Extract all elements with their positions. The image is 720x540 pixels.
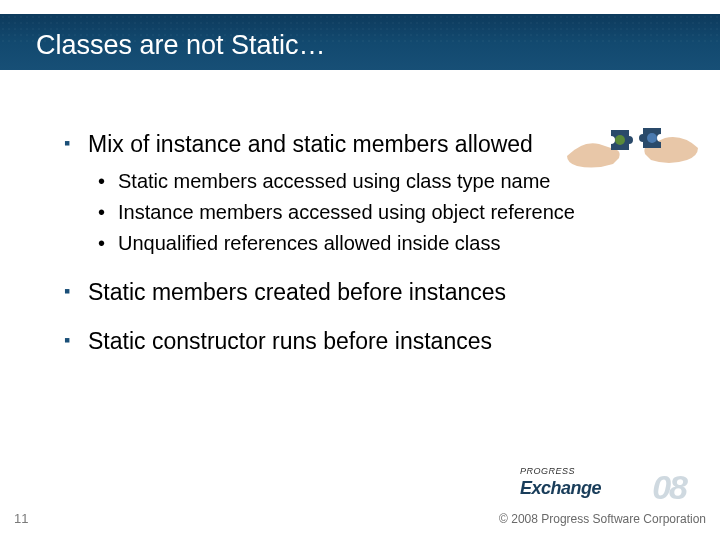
bullet-l1: Mix of instance and static members allow… <box>64 130 644 159</box>
brand-main-text: Exchange <box>520 478 601 499</box>
brand-logo: 08 PROGRESS Exchange <box>520 470 680 510</box>
bullet-group-2: Static members created before instances <box>64 278 644 307</box>
copyright-text: © 2008 Progress Software Corporation <box>499 512 706 526</box>
brand-small-text: PROGRESS <box>520 466 575 476</box>
slide: Classes are not Static… Mix of instance … <box>0 0 720 540</box>
bullet-group-3: Static constructor runs before instances <box>64 327 644 356</box>
svg-point-2 <box>647 133 657 143</box>
bullet-l1: Static constructor runs before instances <box>64 327 644 356</box>
bullet-l2: Unqualified references allowed inside cl… <box>98 231 644 256</box>
bullet-l1: Static members created before instances <box>64 278 644 307</box>
bullet-l2: Instance members accessed using object r… <box>98 200 644 225</box>
bullet-l2: Static members accessed using class type… <box>98 169 644 194</box>
content-area: Mix of instance and static members allow… <box>64 130 644 375</box>
page-number: 11 <box>14 511 28 526</box>
bullet-group-1: Mix of instance and static members allow… <box>64 130 644 256</box>
brand-year: 08 <box>652 468 686 507</box>
title-bar: Classes are not Static… <box>0 14 720 70</box>
slide-title: Classes are not Static… <box>36 30 326 61</box>
